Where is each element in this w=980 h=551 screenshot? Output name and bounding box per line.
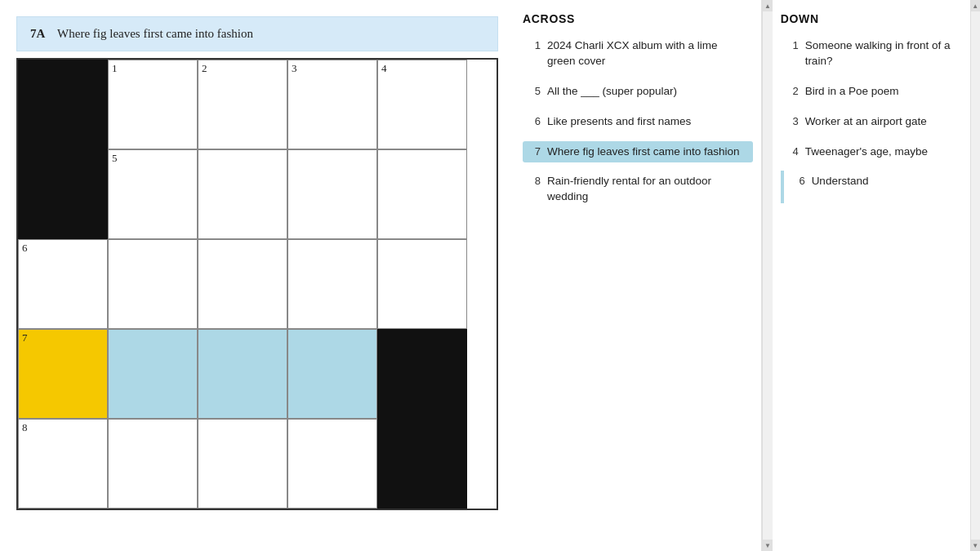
cell-number: 2 [202, 63, 207, 73]
grid-row: 8 [18, 419, 497, 509]
grid-cell[interactable]: 6 [18, 239, 108, 329]
clue-number: 6 [528, 114, 541, 127]
down-clue-wrapper: 6Understand [781, 171, 962, 203]
clues-panel: ACROSS 12024 Charli XCX album with a lim… [514, 0, 980, 551]
clue-text: Tweenager's age, maybe [805, 144, 928, 160]
cell-number: 8 [22, 422, 28, 433]
cell-number: 6 [22, 242, 28, 253]
grid-cell[interactable]: 3 [287, 60, 377, 149]
across-scroll-track [763, 11, 772, 540]
active-clue-header: 7A Where fig leaves first came into fash… [16, 16, 498, 51]
across-scrollbar[interactable]: ▲ ▼ [762, 0, 772, 551]
across-clue-item[interactable]: 5All the ___ (super popular) [523, 81, 753, 103]
clue-text: 2024 Charli XCX album with a lime green … [547, 38, 748, 69]
down-clue-item[interactable]: 6Understand [787, 171, 874, 193]
across-scroll-up[interactable]: ▲ [763, 0, 772, 11]
cell-number: 1 [112, 63, 118, 73]
cell-number: 3 [292, 63, 297, 73]
grid-cell[interactable]: 4 [377, 60, 467, 149]
down-scroll-down[interactable]: ▼ [971, 540, 980, 551]
clue-number: 2 [786, 84, 799, 97]
across-scroll-down[interactable]: ▼ [763, 540, 772, 551]
grid-cell[interactable] [108, 329, 198, 419]
down-scroll-up[interactable]: ▲ [971, 0, 980, 11]
across-clue-item[interactable]: 12024 Charli XCX album with a lime green… [523, 35, 753, 73]
down-clue-wrapper: 4Tweenager's age, maybe [781, 141, 962, 171]
grid-cell[interactable] [108, 239, 198, 329]
across-clue-item[interactable]: 7Where fig leaves first came into fashio… [523, 141, 753, 163]
grid-cell[interactable] [377, 149, 467, 239]
grid-cell [377, 329, 467, 419]
across-clue-item[interactable]: 6Like presents and first names [523, 111, 753, 133]
across-panel: ACROSS 12024 Charli XCX album with a lim… [514, 0, 762, 551]
down-clue-item[interactable]: 4Tweenager's age, maybe [781, 141, 933, 163]
down-clues-list: 1Someone walking in front of a train?2Bi… [781, 35, 962, 203]
down-heading: DOWN [781, 12, 962, 25]
grid-cell[interactable] [377, 239, 467, 329]
down-clue-wrapper: 2Bird in a Poe poem [781, 81, 962, 111]
clue-number: 6 [792, 174, 805, 187]
down-clue-item[interactable]: 3Worker at an airport gate [781, 111, 932, 133]
grid-cell[interactable] [287, 149, 377, 239]
down-clue-wrapper: 1Someone walking in front of a train? [781, 35, 962, 81]
grid-row: 1234 [18, 60, 497, 149]
clue-text: Understand [812, 174, 869, 189]
grid-cell[interactable] [198, 239, 287, 329]
down-scrollbar[interactable]: ▲ ▼ [970, 0, 980, 551]
across-heading: ACROSS [523, 12, 753, 25]
down-clue-item[interactable]: 2Bird in a Poe poem [781, 81, 904, 103]
grid-cell[interactable] [198, 419, 287, 509]
across-clues-list: 12024 Charli XCX album with a lime green… [523, 35, 753, 208]
grid-cell [18, 60, 108, 149]
grid-cell[interactable] [287, 239, 377, 329]
clue-text: Like presents and first names [547, 114, 691, 130]
down-clue-item[interactable]: 1Someone walking in front of a train? [781, 35, 962, 73]
cell-number: 5 [112, 153, 118, 163]
down-scroll-track [971, 11, 980, 540]
active-clue-label: 7A [30, 27, 45, 40]
across-clue-item[interactable]: 8Rain-friendly rental for an outdoor wed… [523, 171, 753, 208]
active-clue-text: Where fig leaves first came into fashion [57, 27, 253, 40]
grid-cell [377, 419, 467, 509]
clue-text: Bird in a Poe poem [805, 84, 899, 100]
grid-row: 5 [18, 149, 497, 239]
grid-cell[interactable] [198, 329, 287, 419]
clue-number: 4 [786, 144, 799, 158]
clue-text: Someone walking in front of a train? [805, 38, 957, 69]
grid-cell[interactable]: 1 [108, 60, 198, 149]
crossword-grid[interactable]: 12345678 [16, 58, 498, 510]
grid-cell [18, 149, 108, 239]
grid-cell[interactable]: 5 [108, 149, 198, 239]
clue-number: 8 [528, 174, 541, 187]
cell-number: 4 [381, 63, 387, 73]
down-clue-wrapper: 3Worker at an airport gate [781, 111, 962, 141]
left-panel: 7A Where fig leaves first came into fash… [0, 0, 514, 551]
clue-text: Worker at an airport gate [805, 114, 927, 130]
down-panel: DOWN 1Someone walking in front of a trai… [773, 0, 970, 551]
grid-cell[interactable]: 7 [18, 329, 108, 419]
grid-cell[interactable] [198, 149, 287, 239]
clue-text: Where fig leaves first came into fashion [547, 144, 740, 160]
clue-text: Rain-friendly rental for an outdoor wedd… [547, 174, 748, 205]
clue-text: All the ___ (super popular) [547, 84, 677, 100]
clue-number: 3 [786, 114, 799, 127]
grid-row: 7 [18, 329, 497, 419]
clue-number: 1 [786, 38, 799, 51]
grid-cell[interactable] [108, 419, 198, 509]
grid-cell[interactable] [287, 329, 377, 419]
grid-cell[interactable]: 8 [18, 419, 108, 509]
grid-cell[interactable] [287, 419, 377, 509]
cell-number: 7 [22, 332, 28, 343]
clue-number: 7 [528, 144, 541, 158]
grid-row: 6 [18, 239, 497, 329]
clue-indicator [781, 171, 784, 203]
clue-number: 5 [528, 84, 541, 97]
grid-cell[interactable]: 2 [198, 60, 287, 149]
clue-number: 1 [528, 38, 541, 51]
